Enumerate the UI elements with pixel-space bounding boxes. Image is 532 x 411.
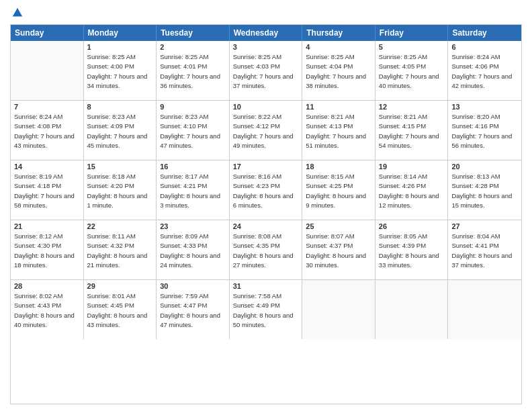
calendar-cell: 27Sunrise: 8:04 AMSunset: 4:41 PMDayligh… — [448, 220, 521, 279]
day-number: 11 — [306, 103, 371, 111]
day-number: 15 — [87, 163, 153, 171]
calendar-cell — [11, 41, 84, 100]
logo-icon — [11, 7, 24, 19]
logo — [10, 7, 24, 19]
day-of-week-header: Monday — [84, 25, 157, 41]
day-number: 7 — [14, 103, 80, 111]
calendar-cell: 28Sunrise: 8:02 AMSunset: 4:43 PMDayligh… — [11, 280, 84, 339]
sun-info: Sunrise: 8:18 AMSunset: 4:20 PMDaylight:… — [87, 172, 153, 210]
calendar-cell: 1Sunrise: 8:25 AMSunset: 4:00 PMDaylight… — [84, 41, 157, 100]
sun-info: Sunrise: 8:13 AMSunset: 4:28 PMDaylight:… — [451, 172, 518, 210]
sun-info: Sunrise: 8:15 AMSunset: 4:25 PMDaylight:… — [306, 172, 371, 210]
calendar-row: 1Sunrise: 8:25 AMSunset: 4:00 PMDaylight… — [11, 41, 521, 101]
sun-info: Sunrise: 8:25 AMSunset: 4:01 PMDaylight:… — [160, 52, 226, 91]
day-number: 24 — [233, 222, 299, 230]
calendar-cell: 30Sunrise: 7:59 AMSunset: 4:47 PMDayligh… — [157, 280, 230, 339]
day-number: 13 — [451, 103, 518, 111]
day-number: 31 — [233, 282, 299, 290]
day-number: 12 — [379, 103, 445, 111]
day-number: 9 — [160, 103, 226, 111]
calendar-cell: 4Sunrise: 8:25 AMSunset: 4:04 PMDaylight… — [302, 41, 375, 100]
day-number: 16 — [160, 163, 226, 171]
day-number: 17 — [233, 163, 299, 171]
day-number: 14 — [14, 163, 80, 171]
sun-info: Sunrise: 8:21 AMSunset: 4:13 PMDaylight:… — [306, 112, 371, 150]
day-number: 18 — [306, 163, 371, 171]
calendar-cell: 9Sunrise: 8:23 AMSunset: 4:10 PMDaylight… — [157, 101, 230, 160]
sun-info: Sunrise: 8:22 AMSunset: 4:12 PMDaylight:… — [233, 112, 299, 150]
day-number: 3 — [233, 43, 299, 51]
header — [10, 7, 522, 19]
sun-info: Sunrise: 8:20 AMSunset: 4:16 PMDaylight:… — [451, 112, 518, 150]
calendar-cell: 3Sunrise: 8:25 AMSunset: 4:03 PMDaylight… — [230, 41, 303, 100]
sun-info: Sunrise: 8:11 AMSunset: 4:32 PMDaylight:… — [87, 232, 153, 270]
calendar-header: SundayMondayTuesdayWednesdayThursdayFrid… — [11, 25, 521, 41]
calendar-cell: 31Sunrise: 7:58 AMSunset: 4:49 PMDayligh… — [230, 280, 303, 339]
day-number: 25 — [306, 222, 371, 230]
sun-info: Sunrise: 8:09 AMSunset: 4:33 PMDaylight:… — [160, 232, 226, 270]
day-number: 30 — [160, 282, 226, 290]
day-of-week-header: Wednesday — [230, 25, 303, 41]
day-number: 8 — [87, 103, 153, 111]
calendar-cell: 25Sunrise: 8:07 AMSunset: 4:37 PMDayligh… — [302, 220, 375, 279]
sun-info: Sunrise: 7:58 AMSunset: 4:49 PMDaylight:… — [233, 291, 299, 330]
calendar-cell: 20Sunrise: 8:13 AMSunset: 4:28 PMDayligh… — [448, 161, 521, 220]
sun-info: Sunrise: 7:59 AMSunset: 4:47 PMDaylight:… — [160, 291, 226, 330]
calendar-row: 21Sunrise: 8:12 AMSunset: 4:30 PMDayligh… — [11, 220, 521, 280]
day-number: 19 — [379, 163, 445, 171]
sun-info: Sunrise: 8:08 AMSunset: 4:35 PMDaylight:… — [233, 232, 299, 270]
calendar-cell: 7Sunrise: 8:24 AMSunset: 4:08 PMDaylight… — [11, 101, 84, 160]
calendar-body: 1Sunrise: 8:25 AMSunset: 4:00 PMDaylight… — [11, 41, 521, 339]
calendar-cell: 29Sunrise: 8:01 AMSunset: 4:45 PMDayligh… — [84, 280, 157, 339]
calendar-cell: 11Sunrise: 8:21 AMSunset: 4:13 PMDayligh… — [302, 101, 375, 160]
sun-info: Sunrise: 8:04 AMSunset: 4:41 PMDaylight:… — [451, 232, 518, 270]
day-number: 22 — [87, 222, 153, 230]
calendar-cell: 2Sunrise: 8:25 AMSunset: 4:01 PMDaylight… — [157, 41, 230, 100]
calendar-cell: 15Sunrise: 8:18 AMSunset: 4:20 PMDayligh… — [84, 161, 157, 220]
day-number: 26 — [379, 222, 445, 230]
calendar-cell: 21Sunrise: 8:12 AMSunset: 4:30 PMDayligh… — [11, 220, 84, 279]
calendar-row: 7Sunrise: 8:24 AMSunset: 4:08 PMDaylight… — [11, 101, 521, 161]
day-number: 28 — [14, 282, 80, 290]
day-number: 5 — [379, 43, 445, 51]
calendar-cell — [302, 280, 375, 339]
calendar-cell: 24Sunrise: 8:08 AMSunset: 4:35 PMDayligh… — [230, 220, 303, 279]
calendar-cell: 17Sunrise: 8:16 AMSunset: 4:23 PMDayligh… — [230, 161, 303, 220]
sun-info: Sunrise: 8:02 AMSunset: 4:43 PMDaylight:… — [14, 291, 80, 330]
sun-info: Sunrise: 8:23 AMSunset: 4:09 PMDaylight:… — [87, 112, 153, 150]
calendar-cell: 8Sunrise: 8:23 AMSunset: 4:09 PMDaylight… — [84, 101, 157, 160]
sun-info: Sunrise: 8:24 AMSunset: 4:06 PMDaylight:… — [451, 52, 518, 91]
calendar-cell: 19Sunrise: 8:14 AMSunset: 4:26 PMDayligh… — [375, 161, 449, 220]
sun-info: Sunrise: 8:19 AMSunset: 4:18 PMDaylight:… — [14, 172, 80, 210]
calendar-cell: 6Sunrise: 8:24 AMSunset: 4:06 PMDaylight… — [448, 41, 521, 100]
sun-info: Sunrise: 8:23 AMSunset: 4:10 PMDaylight:… — [160, 112, 226, 150]
day-of-week-header: Sunday — [11, 25, 84, 41]
calendar-cell: 13Sunrise: 8:20 AMSunset: 4:16 PMDayligh… — [448, 101, 521, 160]
sun-info: Sunrise: 8:14 AMSunset: 4:26 PMDaylight:… — [379, 172, 445, 210]
calendar-cell: 16Sunrise: 8:17 AMSunset: 4:21 PMDayligh… — [157, 161, 230, 220]
calendar-cell: 23Sunrise: 8:09 AMSunset: 4:33 PMDayligh… — [157, 220, 230, 279]
day-number: 29 — [87, 282, 153, 290]
sun-info: Sunrise: 8:25 AMSunset: 4:00 PMDaylight:… — [87, 52, 153, 91]
day-of-week-header: Saturday — [448, 25, 521, 41]
day-number: 27 — [451, 222, 518, 230]
sun-info: Sunrise: 8:07 AMSunset: 4:37 PMDaylight:… — [306, 232, 371, 270]
sun-info: Sunrise: 8:12 AMSunset: 4:30 PMDaylight:… — [14, 232, 80, 270]
day-number: 4 — [306, 43, 371, 51]
calendar-cell: 10Sunrise: 8:22 AMSunset: 4:12 PMDayligh… — [230, 101, 303, 160]
page: SundayMondayTuesdayWednesdayThursdayFrid… — [0, 0, 532, 411]
calendar: SundayMondayTuesdayWednesdayThursdayFrid… — [10, 24, 522, 404]
calendar-cell — [448, 280, 521, 339]
sun-info: Sunrise: 8:21 AMSunset: 4:15 PMDaylight:… — [379, 112, 445, 150]
sun-info: Sunrise: 8:25 AMSunset: 4:05 PMDaylight:… — [379, 52, 445, 91]
day-number: 20 — [451, 163, 518, 171]
day-number: 2 — [160, 43, 226, 51]
day-number: 23 — [160, 222, 226, 230]
day-of-week-header: Thursday — [302, 25, 375, 41]
sun-info: Sunrise: 8:17 AMSunset: 4:21 PMDaylight:… — [160, 172, 226, 210]
svg-marker-0 — [13, 8, 22, 17]
day-of-week-header: Tuesday — [157, 25, 230, 41]
sun-info: Sunrise: 8:05 AMSunset: 4:39 PMDaylight:… — [379, 232, 445, 270]
calendar-cell: 26Sunrise: 8:05 AMSunset: 4:39 PMDayligh… — [375, 220, 449, 279]
calendar-cell: 18Sunrise: 8:15 AMSunset: 4:25 PMDayligh… — [302, 161, 375, 220]
